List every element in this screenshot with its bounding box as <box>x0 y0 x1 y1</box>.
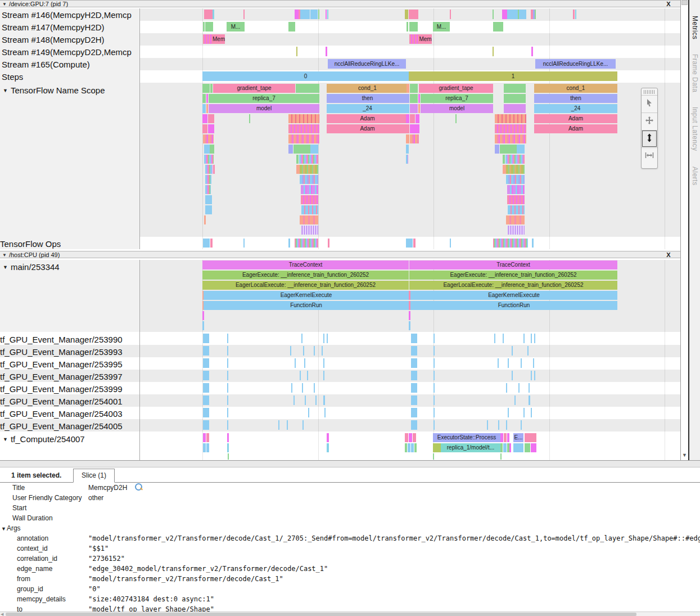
trace-event[interactable] <box>202 114 207 124</box>
trace-event[interactable] <box>228 453 229 460</box>
trace-event[interactable] <box>525 433 536 443</box>
pan-tool-button[interactable] <box>642 113 657 130</box>
trace-event[interactable] <box>299 155 318 164</box>
trace-event[interactable] <box>205 185 211 195</box>
trace-event[interactable] <box>450 10 451 19</box>
trace-event[interactable] <box>205 22 213 32</box>
trace-event[interactable]: ncclAllReduceRingLLKe... <box>328 59 406 69</box>
trace-event[interactable]: Adam <box>327 124 408 134</box>
trace-event[interactable] <box>213 10 214 19</box>
trace-event[interactable] <box>326 10 327 19</box>
trace-event[interactable] <box>513 443 523 453</box>
trace-event[interactable] <box>406 239 413 248</box>
sidebar-tab-alerts[interactable]: Alerts <box>691 167 699 186</box>
trace-event[interactable] <box>227 408 228 417</box>
trace-event[interactable] <box>208 114 214 124</box>
trace-event[interactable] <box>531 371 532 380</box>
sidebar-tab-metrics[interactable]: Metrics <box>691 16 699 39</box>
trace-event[interactable] <box>527 346 529 356</box>
trace-event[interactable]: gradient_tape <box>419 84 493 93</box>
trace-event[interactable] <box>433 420 435 430</box>
trace-event[interactable]: Adam <box>534 114 617 124</box>
trace-event[interactable] <box>411 334 417 343</box>
trace-event[interactable] <box>500 453 502 460</box>
trace-event[interactable]: cond_1 <box>534 84 617 93</box>
trace-event[interactable] <box>409 34 419 44</box>
trace-event[interactable] <box>498 420 499 430</box>
trace-event[interactable] <box>450 239 451 248</box>
trace-event[interactable]: TraceContext <box>409 260 617 270</box>
sidebar-tab-input-latency[interactable]: Input Latency <box>691 107 699 151</box>
trace-event[interactable]: Adam <box>327 114 408 124</box>
trace-event[interactable] <box>203 420 209 430</box>
trace-event[interactable]: EagerKernelExecute <box>410 291 617 300</box>
trace-event[interactable] <box>227 346 228 356</box>
trace-event[interactable] <box>504 104 526 114</box>
trace-event[interactable]: TraceContext <box>202 260 409 270</box>
trace-event[interactable] <box>405 443 407 453</box>
trace-event[interactable] <box>411 395 417 405</box>
trace-event[interactable] <box>502 10 507 19</box>
trace-event[interactable] <box>302 420 304 430</box>
trace-event[interactable]: replica_7 <box>209 94 319 104</box>
scroll-down-arrow[interactable]: ▼ <box>681 452 688 459</box>
trace-event[interactable] <box>433 358 435 368</box>
trace-event[interactable] <box>243 10 245 19</box>
trace-event[interactable] <box>506 165 525 174</box>
trace-event[interactable]: Mem <box>213 34 225 44</box>
trace-event[interactable] <box>204 145 210 154</box>
trace-event[interactable] <box>203 443 206 453</box>
trace-event[interactable] <box>506 383 507 393</box>
trace-event[interactable]: gradient_tape <box>213 84 295 93</box>
trace-event[interactable]: FunctionRun <box>204 301 409 311</box>
trace-event[interactable] <box>300 371 301 380</box>
trace-event[interactable] <box>411 358 417 368</box>
trace-event[interactable]: then <box>327 94 408 104</box>
trace-event[interactable] <box>535 10 536 19</box>
trace-event[interactable] <box>205 205 212 215</box>
vertical-scrollbar-top[interactable] <box>681 0 688 5</box>
trace-event[interactable] <box>227 420 228 430</box>
trace-event[interactable] <box>288 114 319 124</box>
trace-event[interactable] <box>409 321 410 331</box>
trace-event[interactable] <box>210 239 213 248</box>
trace-event[interactable] <box>302 383 303 393</box>
trace-event[interactable] <box>411 371 417 380</box>
trace-event[interactable]: EagerKernelExecute <box>204 291 409 300</box>
trace-event[interactable] <box>455 114 457 124</box>
trace-event[interactable] <box>301 226 318 235</box>
trace-event[interactable] <box>327 443 329 453</box>
trace-event[interactable] <box>296 47 297 56</box>
trace-event[interactable] <box>206 94 208 104</box>
trace-event[interactable]: FunctionRun <box>410 301 617 311</box>
timing-tool-button[interactable] <box>642 147 657 165</box>
trace-event[interactable] <box>227 395 228 405</box>
trace-event[interactable] <box>290 346 291 356</box>
trace-event[interactable] <box>503 155 505 164</box>
trace-event[interactable] <box>323 395 325 405</box>
trace-event[interactable]: model <box>209 104 319 114</box>
trace-event[interactable] <box>409 10 418 19</box>
trace-event[interactable]: E... <box>513 433 523 443</box>
trace-event[interactable] <box>532 239 534 248</box>
trace-event[interactable] <box>506 175 525 185</box>
trace-event[interactable] <box>308 408 309 417</box>
trace-event[interactable] <box>300 175 318 185</box>
trace-event[interactable] <box>533 358 534 368</box>
trace-event[interactable]: Mem <box>419 34 432 44</box>
trace-event[interactable] <box>521 420 522 430</box>
trace-event[interactable] <box>507 433 509 443</box>
trace-event[interactable] <box>514 395 516 405</box>
trace-event[interactable] <box>203 395 209 405</box>
panel-splitter[interactable] <box>0 460 700 467</box>
trace-event[interactable] <box>278 420 279 430</box>
trace-event[interactable] <box>314 383 315 393</box>
trace-event[interactable] <box>291 383 292 393</box>
trace-event[interactable] <box>295 239 318 248</box>
trace-event[interactable] <box>206 104 208 114</box>
trace-event[interactable]: replica_1/model/t... <box>441 443 500 453</box>
trace-event[interactable] <box>529 395 530 405</box>
trace-event[interactable] <box>227 433 229 443</box>
search-icon[interactable] <box>135 483 142 491</box>
trace-event[interactable] <box>210 84 213 93</box>
